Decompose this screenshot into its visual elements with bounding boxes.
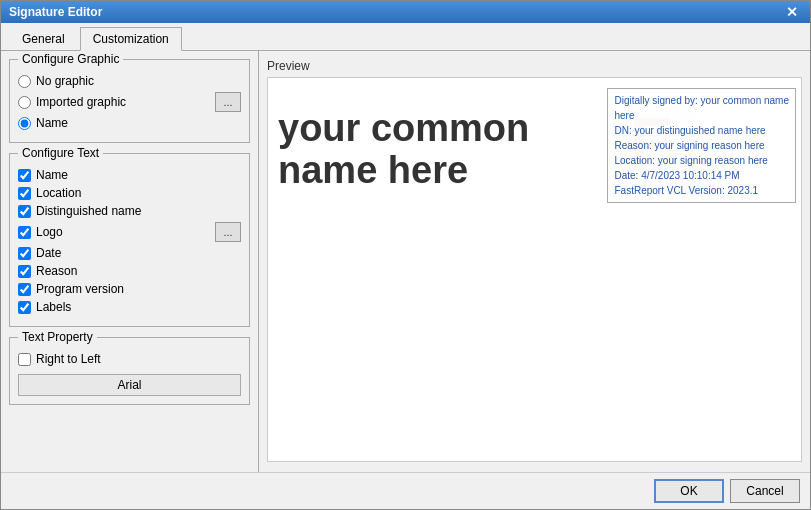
dialog-body: General Customization Configure Graphic … [1, 23, 810, 509]
imported-graphic-row: Imported graphic ... [18, 92, 241, 112]
text-logo-row: Logo ... [18, 222, 241, 242]
font-button[interactable]: Arial [18, 374, 241, 396]
configure-graphic-label: Configure Graphic [18, 52, 123, 66]
name-graphic-radio[interactable] [18, 117, 31, 130]
text-labels-checkbox[interactable] [18, 301, 31, 314]
text-name-row: Name [18, 168, 241, 182]
preview-box: your common name here F Digitally signed… [267, 77, 802, 462]
text-date-checkbox[interactable] [18, 247, 31, 260]
info-line-1: here [614, 108, 789, 123]
info-line-3: Reason: your signing reason here [614, 138, 789, 153]
configure-text-group: Configure Text Name Location Distingu [9, 153, 250, 327]
tab-customization[interactable]: Customization [80, 27, 182, 51]
imported-graphic-browse-button[interactable]: ... [215, 92, 241, 112]
imported-graphic-label: Imported graphic [36, 95, 126, 109]
text-logo-checkbox[interactable] [18, 226, 31, 239]
text-date-row: Date [18, 246, 241, 260]
signature-editor-dialog: Signature Editor ✕ General Customization… [0, 0, 811, 510]
text-location-checkbox[interactable] [18, 187, 31, 200]
text-location-row: Location [18, 186, 241, 200]
right-to-left-label: Right to Left [36, 352, 101, 366]
preview-name-text: your common name here [278, 108, 529, 192]
no-graphic-label: No graphic [36, 74, 94, 88]
tabs-row: General Customization [1, 23, 810, 51]
info-line-4: Location: your signing reason here [614, 153, 789, 168]
text-reason-row: Reason [18, 264, 241, 278]
preview-info-box: Digitally signed by: your common name he… [607, 88, 796, 203]
name-graphic-row: Name [18, 116, 241, 130]
text-progver-label: Program version [36, 282, 124, 296]
text-progver-checkbox[interactable] [18, 283, 31, 296]
info-line-5: Date: 4/7/2023 10:10:14 PM [614, 168, 789, 183]
preview-label: Preview [267, 59, 802, 73]
bottom-buttons: OK Cancel [1, 472, 810, 509]
ok-button[interactable]: OK [654, 479, 724, 503]
configure-graphic-group: Configure Graphic No graphic Imported gr… [9, 59, 250, 143]
text-labels-row: Labels [18, 300, 241, 314]
logo-browse-button[interactable]: ... [215, 222, 241, 242]
text-dn-label: Distinguished name [36, 204, 141, 218]
info-line-2: DN: your distinguished name here [614, 123, 789, 138]
text-dn-checkbox[interactable] [18, 205, 31, 218]
text-date-label: Date [36, 246, 61, 260]
no-graphic-row: No graphic [18, 74, 241, 88]
info-line-0: Digitally signed by: your common name [614, 93, 789, 108]
text-name-checkbox[interactable] [18, 169, 31, 182]
text-location-label: Location [36, 186, 81, 200]
text-progver-row: Program version [18, 282, 241, 296]
title-bar: Signature Editor ✕ [1, 1, 810, 23]
cancel-button[interactable]: Cancel [730, 479, 800, 503]
configure-text-label: Configure Text [18, 146, 103, 160]
right-to-left-row: Right to Left [18, 352, 241, 366]
text-labels-label: Labels [36, 300, 71, 314]
left-panel: Configure Graphic No graphic Imported gr… [1, 51, 259, 472]
text-name-label: Name [36, 168, 68, 182]
close-button[interactable]: ✕ [782, 5, 802, 19]
right-panel: Preview your common name here F [259, 51, 810, 472]
right-to-left-checkbox[interactable] [18, 353, 31, 366]
text-reason-label: Reason [36, 264, 77, 278]
info-line-6: FastReport VCL Version: 2023.1 [614, 183, 789, 198]
text-logo-label: Logo [36, 225, 63, 239]
text-dn-row: Distinguished name [18, 204, 241, 218]
imported-graphic-radio[interactable] [18, 96, 31, 109]
name-graphic-label: Name [36, 116, 68, 130]
no-graphic-radio[interactable] [18, 75, 31, 88]
text-property-group: Text Property Right to Left Arial [9, 337, 250, 405]
text-reason-checkbox[interactable] [18, 265, 31, 278]
content-area: Configure Graphic No graphic Imported gr… [1, 51, 810, 472]
text-property-label: Text Property [18, 330, 97, 344]
tab-general[interactable]: General [9, 27, 78, 50]
dialog-title: Signature Editor [9, 5, 102, 19]
